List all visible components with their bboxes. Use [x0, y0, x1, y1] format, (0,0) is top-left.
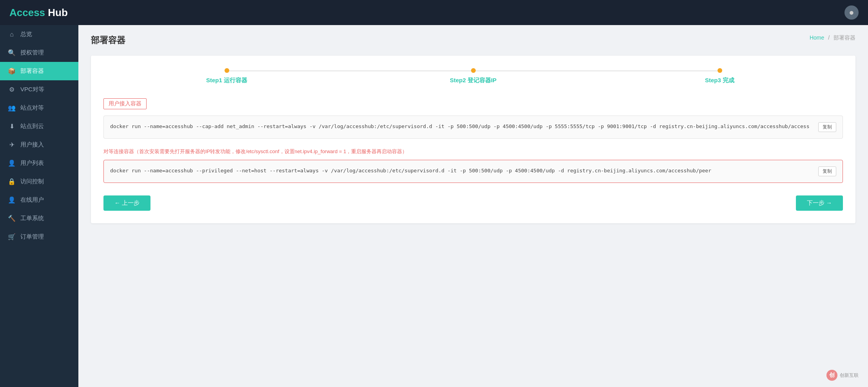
- page-header: 部署容器 Home / 部署容器: [91, 34, 855, 46]
- lock-icon: 🔒: [8, 178, 16, 185]
- sidebar: ⌂ 总览 🔍 授权管理 📦 部署容器 ⚙ VPC对等 👥 站点对等 ⬇ 站点到云…: [0, 25, 78, 387]
- sidebar-label-user-access: 用户接入: [20, 141, 44, 148]
- footer-buttons: ← 上一步 下一步 →: [103, 195, 843, 211]
- sidebar-item-online-user[interactable]: 👤 在线用户: [0, 191, 78, 209]
- sidebar-label-order: 订单管理: [20, 233, 44, 241]
- sidebar-item-ticket[interactable]: 🔨 工单系统: [0, 209, 78, 228]
- sidebar-label-site: 站点对等: [20, 104, 44, 112]
- sidebar-item-order[interactable]: 🛒 订单管理: [0, 228, 78, 246]
- sidebar-label-auth: 授权管理: [20, 49, 44, 56]
- sidebar-item-vpc[interactable]: ⚙ VPC对等: [0, 80, 78, 99]
- main-card: Step1 运行容器 Step2 登记容器IP Step3 完成 用户接入容器 …: [91, 56, 855, 223]
- step3-label: Step3 完成: [596, 77, 843, 84]
- watermark-text: 创新互联: [840, 372, 859, 379]
- watermark: 创 创新互联: [826, 370, 859, 381]
- breadcrumb: Home / 部署容器: [810, 34, 855, 42]
- page-title: 部署容器: [91, 34, 125, 46]
- sidebar-label-user-list: 用户列表: [20, 159, 44, 167]
- step-2: Step2 登记容器IP: [350, 68, 596, 84]
- sidebar-label-site-cloud: 站点到云: [20, 123, 44, 130]
- main-content: 部署容器 Home / 部署容器 Step1 运行容器 Step2 登记容器IP: [78, 25, 868, 387]
- avatar-icon: ●: [849, 7, 854, 18]
- step3-dot: [718, 68, 722, 73]
- peer-container-warning: 对等连接容器（首次安装需要先打开服务器的IP转发功能，修改/etc/sysctl…: [103, 148, 843, 155]
- deploy-icon: 📦: [8, 67, 16, 75]
- breadcrumb-sep: /: [828, 34, 830, 41]
- sidebar-item-access-ctrl[interactable]: 🔒 访问控制: [0, 172, 78, 191]
- wrench-icon: 🔨: [8, 215, 16, 222]
- app-title: Access Hub: [9, 7, 68, 19]
- sidebar-label-online-user: 在线用户: [20, 196, 44, 204]
- sidebar-item-overview[interactable]: ⌂ 总览: [0, 25, 78, 43]
- plane-icon: ✈: [8, 141, 16, 148]
- peer-container-section: 对等连接容器（首次安装需要先打开服务器的IP转发功能，修改/etc/sysctl…: [103, 148, 843, 183]
- step-1: Step1 运行容器: [103, 68, 350, 84]
- sidebar-item-user-list[interactable]: 👤 用户列表: [0, 154, 78, 172]
- peer-container-command-box: docker run --name=accesshub --privileged…: [103, 160, 843, 183]
- peer-container-copy-btn[interactable]: 复制: [818, 166, 836, 176]
- peer-container-command: docker run --name=accesshub --privileged…: [110, 166, 814, 175]
- step2-label: Step2 登记容器IP: [350, 77, 596, 84]
- sidebar-label-access-ctrl: 访问控制: [20, 178, 44, 185]
- breadcrumb-home[interactable]: Home: [810, 34, 824, 41]
- step-3: Step3 完成: [596, 68, 843, 84]
- vpc-icon: ⚙: [8, 86, 16, 93]
- watermark-icon: 创: [826, 370, 837, 381]
- user-container-section: 用户接入容器 docker run --name=accesshub --cap…: [103, 98, 843, 139]
- order-icon: 🛒: [8, 233, 16, 241]
- title-access: Access: [9, 7, 45, 18]
- header: Access Hub ●: [0, 0, 868, 25]
- breadcrumb-current: 部署容器: [834, 34, 855, 41]
- sidebar-label-vpc: VPC对等: [20, 86, 44, 93]
- home-icon: ⌂: [8, 31, 16, 38]
- prev-button[interactable]: ← 上一步: [103, 195, 150, 211]
- step1-label: Step1 运行容器: [103, 77, 350, 84]
- sidebar-label-overview: 总览: [20, 31, 32, 38]
- site-icon: 👥: [8, 104, 16, 112]
- online-icon: 👤: [8, 196, 16, 204]
- cloud-icon: ⬇: [8, 123, 16, 130]
- user-avatar[interactable]: ●: [844, 5, 859, 20]
- sidebar-item-site-cloud[interactable]: ⬇ 站点到云: [0, 117, 78, 136]
- user-icon: 👤: [8, 159, 16, 167]
- user-container-copy-btn[interactable]: 复制: [818, 122, 836, 132]
- search-icon: 🔍: [8, 49, 16, 56]
- sidebar-item-site[interactable]: 👥 站点对等: [0, 99, 78, 117]
- user-container-command: docker run --name=accesshub --cap-add ne…: [110, 122, 814, 131]
- sidebar-item-user-access[interactable]: ✈ 用户接入: [0, 136, 78, 154]
- step2-dot: [471, 68, 476, 73]
- user-container-command-box: docker run --name=accesshub --cap-add ne…: [103, 116, 843, 139]
- sidebar-item-auth[interactable]: 🔍 授权管理: [0, 43, 78, 62]
- sidebar-label-deploy: 部署容器: [20, 67, 44, 75]
- next-button[interactable]: 下一步 →: [796, 195, 843, 211]
- step1-dot: [225, 68, 229, 73]
- sidebar-label-ticket: 工单系统: [20, 215, 44, 222]
- main-layout: ⌂ 总览 🔍 授权管理 📦 部署容器 ⚙ VPC对等 👥 站点对等 ⬇ 站点到云…: [0, 25, 868, 387]
- user-container-label: 用户接入容器: [103, 98, 147, 109]
- steps-bar: Step1 运行容器 Step2 登记容器IP Step3 完成: [103, 68, 843, 84]
- sidebar-item-deploy[interactable]: 📦 部署容器: [0, 62, 78, 80]
- title-hub: Hub: [48, 7, 68, 18]
